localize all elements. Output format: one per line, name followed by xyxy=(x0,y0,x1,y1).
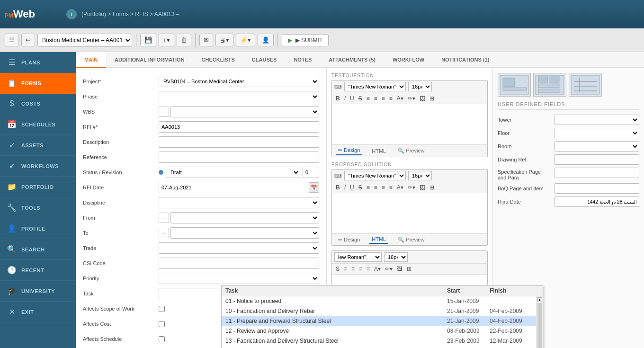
editor3-size-select[interactable]: 16px xyxy=(384,252,408,262)
rfi-date-input[interactable] xyxy=(159,182,307,193)
csi-code-input[interactable] xyxy=(159,258,319,269)
tab-checklists[interactable]: CHECKLISTS xyxy=(193,52,243,68)
project-select[interactable]: Boston Medical Center – AA0013 – xyxy=(37,34,132,47)
image-1[interactable]: 🖼 xyxy=(418,95,427,102)
preview-tab-2[interactable]: 🔍 Preview xyxy=(395,235,427,244)
scroll-up-btn[interactable]: ▲ xyxy=(537,297,542,302)
tab-attachments[interactable]: ATTACHMENTS (5) xyxy=(320,52,384,68)
align-center-1[interactable]: ≡ xyxy=(373,95,379,102)
tab-clauses[interactable]: CLAUSES xyxy=(243,52,286,68)
revision-input[interactable] xyxy=(303,167,319,178)
info-button[interactable]: i xyxy=(66,9,77,19)
sidebar-item-plans[interactable]: ☰ PLANS xyxy=(0,52,76,73)
sidebar-item-costs[interactable]: $ COSTS xyxy=(0,94,76,114)
lightning-button[interactable]: ⚡▾ xyxy=(236,34,255,46)
sidebar-item-workflows[interactable]: ✔ WORKFLOWS xyxy=(0,156,76,177)
project-select-field[interactable]: RVS0104 – Boston Medical Center xyxy=(159,76,319,87)
align-justify-2[interactable]: ≡ xyxy=(388,184,394,191)
align-left-3[interactable]: ≡ xyxy=(342,265,349,273)
affects-schedule-checkbox[interactable] xyxy=(159,336,165,342)
sidebar-item-search[interactable]: 🔍 SEARCH xyxy=(0,239,76,260)
save-button[interactable]: 💾 xyxy=(140,34,156,46)
to-select[interactable] xyxy=(170,227,319,239)
strikethrough-button-1[interactable]: S xyxy=(357,95,364,102)
sidebar-item-university[interactable]: 🎓 UNIVERSITY xyxy=(0,281,76,302)
bg-color-3[interactable]: ✏▾ xyxy=(384,265,394,273)
sidebar-item-portfolio[interactable]: 📁 PORTFOLIO xyxy=(0,177,76,197)
italic-button-1[interactable]: I xyxy=(343,95,347,102)
list-button[interactable]: ☰ xyxy=(5,34,19,46)
html-tab-2[interactable]: HTML xyxy=(369,235,388,244)
phase-select[interactable] xyxy=(159,91,319,102)
udf-drawing-ref-input[interactable] xyxy=(555,154,639,165)
image-3[interactable]: 🖼 xyxy=(395,265,404,273)
align-justify-1[interactable]: ≡ xyxy=(388,95,394,102)
align-right-1[interactable]: ≡ xyxy=(380,95,386,102)
bg-color-2[interactable]: ✏▾ xyxy=(406,184,417,191)
task-row-1[interactable]: 01 - Notice to proceed 15-Jan-2009 xyxy=(222,296,536,306)
design-tab-2[interactable]: ✏ Design xyxy=(336,235,362,244)
align-justify-3[interactable]: ≡ xyxy=(365,265,371,273)
task-row-4[interactable]: 12 - Review and Approve 08-Feb-2009 22-F… xyxy=(222,326,536,336)
wbs-dots-button[interactable]: ··· xyxy=(159,107,169,117)
editor1-font-select[interactable]: "Times New Roman" xyxy=(344,82,406,91)
task-row-2[interactable]: 10 - Fabrication and Delivery Rebar 21-J… xyxy=(222,306,536,316)
preview-tab-1[interactable]: 🔍 Preview xyxy=(395,146,427,155)
underline-button-1[interactable]: U xyxy=(349,95,356,102)
image-2[interactable]: 🖼 xyxy=(418,184,427,191)
editor1-size-select[interactable]: 16px xyxy=(408,82,432,91)
sidebar-item-tools[interactable]: 🔧 TOOLS xyxy=(0,197,76,218)
description-input[interactable] xyxy=(159,136,319,148)
bold-button-2[interactable]: B xyxy=(334,184,341,191)
tab-additional[interactable]: ADDITIONAL INFORMATION xyxy=(106,52,193,68)
rfi-num-input[interactable] xyxy=(159,121,319,133)
task-row-3[interactable]: 11 - Prepare and Forward Structural Stee… xyxy=(222,316,536,326)
bold-button-1[interactable]: B xyxy=(334,95,341,102)
table-3[interactable]: ⊞ xyxy=(405,265,413,273)
wbs-select[interactable] xyxy=(170,106,319,117)
udf-floor-select[interactable] xyxy=(555,128,639,138)
underline-button-2[interactable]: U xyxy=(349,184,356,191)
task-scroll-area[interactable]: 01 - Notice to proceed 15-Jan-2009 10 - … xyxy=(222,296,536,348)
sidebar-item-forms[interactable]: 📋 FORMS xyxy=(0,73,76,94)
sidebar-item-recent[interactable]: 🕐 RECENT xyxy=(0,260,76,281)
font-color-1[interactable]: A▾ xyxy=(395,95,405,102)
align-center-2[interactable]: ≡ xyxy=(373,184,379,191)
udf-boq-input[interactable] xyxy=(555,183,639,194)
tab-workflow[interactable]: WORKFLOW xyxy=(384,52,433,68)
sidebar-item-schedules[interactable]: 📅 SCHEDULES xyxy=(0,114,76,135)
udf-tower-select[interactable] xyxy=(555,115,639,125)
task-row-6[interactable]: 15 - Layout Bldg Foundation 16-Feb-2009 … xyxy=(222,346,536,348)
priority-select[interactable] xyxy=(159,273,319,284)
delete-button[interactable]: 🗑 xyxy=(177,34,191,46)
tab-main[interactable]: MAIN xyxy=(76,52,106,68)
bg-color-1[interactable]: ✏▾ xyxy=(406,95,417,102)
align-center-3[interactable]: ≡ xyxy=(350,265,356,273)
italic-button-2[interactable]: I xyxy=(343,184,347,191)
task-scrollbar[interactable]: ▲ ▼ xyxy=(536,296,543,348)
status-select[interactable]: Draft xyxy=(166,167,300,178)
to-dots-button[interactable]: ··· xyxy=(159,228,169,238)
calendar-button[interactable]: 📅 xyxy=(309,182,319,193)
align-right-2[interactable]: ≡ xyxy=(380,184,386,191)
html-tab-1[interactable]: HTML xyxy=(369,146,388,155)
editor2-size-select[interactable]: 16px xyxy=(408,171,432,180)
submit-button[interactable]: ▶ ▶ SUBMIT xyxy=(282,34,329,46)
udf-room-select[interactable] xyxy=(555,141,639,152)
email-button[interactable]: ✉ xyxy=(199,34,213,46)
affects-scope-checkbox[interactable] xyxy=(159,306,165,312)
udf-spec-input[interactable] xyxy=(555,168,639,178)
tab-notes[interactable]: NOTES xyxy=(285,52,320,68)
sidebar-item-assets[interactable]: ✓ ASSETS xyxy=(0,135,76,156)
table-2[interactable]: ⊞ xyxy=(428,184,436,191)
user-button[interactable]: 👤 xyxy=(258,34,274,46)
udf-hijra-input[interactable] xyxy=(555,196,639,207)
task-row-5[interactable]: 13 - Fabrication and Delivery Structural… xyxy=(222,336,536,346)
proposed-content[interactable] xyxy=(332,193,487,233)
design-tab-1[interactable]: ✏ Design xyxy=(336,146,362,155)
sidebar-item-exit[interactable]: ✕ EXIT xyxy=(0,302,76,322)
sidebar-item-profile[interactable]: 👤 PROFILE xyxy=(0,218,76,239)
align-left-1[interactable]: ≡ xyxy=(365,95,371,102)
tab-notifications[interactable]: NOTIFICATIONS (1) xyxy=(433,52,498,68)
editor3-font-select[interactable]: lew Roman" xyxy=(334,252,382,262)
